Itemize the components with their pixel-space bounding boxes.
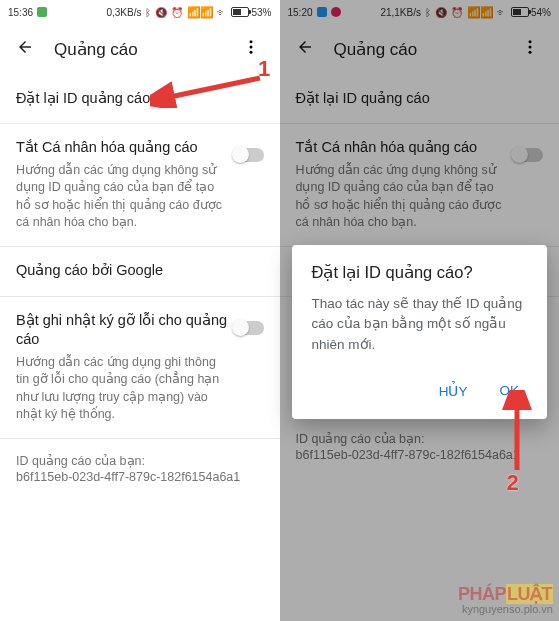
ad-id-block: ID quảng cáo của bạn: b6f115eb-023d-4ff7… [0, 439, 280, 498]
opt-out-desc: Hướng dẫn các ứng dụng không sử dụng ID … [16, 162, 228, 232]
debug-desc: Hướng dẫn các ứng dụng ghi thông tin gỡ … [16, 354, 228, 424]
bluetooth-icon: ᛒ [145, 7, 151, 18]
screenshot-right: 15:20 21,1KB/s ᛒ 🔇 ⏰ 📶📶 ᯤ 54% Quảng cáo [280, 0, 560, 621]
ad-id-value: b6f115eb-023d-4ff7-879c-182f6154a6a1 [16, 470, 264, 484]
ads-by-google-label: Quảng cáo bởi Google [16, 261, 264, 281]
annotation-number-1: 1 [258, 56, 270, 82]
opt-out-row[interactable]: Tắt Cá nhân hóa quảng cáo Hướng dẫn các … [0, 124, 280, 247]
battery-indicator: 53% [231, 7, 271, 18]
alarm-icon: ⏰ [171, 7, 183, 18]
debug-logging-row[interactable]: Bật ghi nhật ký gỡ lỗi cho quảng cáo Hướ… [0, 297, 280, 439]
mute-icon: 🔇 [155, 7, 167, 18]
debug-switch[interactable] [234, 321, 264, 335]
signal-icon: 📶📶 [187, 6, 213, 19]
reset-confirm-dialog: Đặt lại ID quảng cáo? Thao tác này sẽ th… [292, 245, 548, 419]
wifi-icon: ᯤ [217, 7, 227, 18]
opt-out-switch[interactable] [234, 148, 264, 162]
debug-title: Bật ghi nhật ký gỡ lỗi cho quảng cáo [16, 311, 228, 350]
more-vert-icon [242, 38, 260, 56]
watermark: PHÁPLUẬT kynguyenso.plo.vn [458, 585, 553, 615]
dialog-actions: HỦY OK [312, 371, 528, 411]
reset-ad-id-label: Đặt lại ID quảng cáo [16, 89, 264, 109]
settings-list: Đặt lại ID quảng cáo Tắt Cá nhân hóa quả… [0, 74, 280, 621]
dialog-title: Đặt lại ID quảng cáo? [312, 263, 528, 282]
back-button[interactable] [10, 32, 40, 66]
status-data-rate: 0,3KB/s [106, 7, 141, 18]
watermark-site: kynguyenso.plo.vn [458, 604, 553, 615]
app-bar: Quảng cáo [0, 24, 280, 74]
dialog-message: Thao tác này sẽ thay thế ID quảng cáo củ… [312, 294, 528, 355]
page-title: Quảng cáo [54, 39, 232, 60]
opt-out-title: Tắt Cá nhân hóa quảng cáo [16, 138, 228, 158]
dialog-cancel-button[interactable]: HỦY [435, 377, 472, 405]
annotation-number-2: 2 [507, 470, 519, 496]
svg-point-1 [249, 45, 252, 48]
back-arrow-icon [16, 38, 34, 56]
dialog-ok-button[interactable]: OK [495, 377, 523, 405]
app-badge-icon [37, 7, 47, 17]
screenshot-left: 15:36 0,3KB/s ᛒ 🔇 ⏰ 📶📶 ᯤ 53% Quảng cáo Đ… [0, 0, 280, 621]
svg-point-0 [249, 40, 252, 43]
status-time: 15:36 [8, 7, 33, 18]
svg-point-2 [249, 50, 252, 53]
reset-ad-id-row[interactable]: Đặt lại ID quảng cáo [0, 74, 280, 124]
status-bar: 15:36 0,3KB/s ᛒ 🔇 ⏰ 📶📶 ᯤ 53% [0, 0, 280, 24]
ads-by-google-row[interactable]: Quảng cáo bởi Google [0, 247, 280, 297]
ad-id-label: ID quảng cáo của bạn: [16, 453, 264, 468]
